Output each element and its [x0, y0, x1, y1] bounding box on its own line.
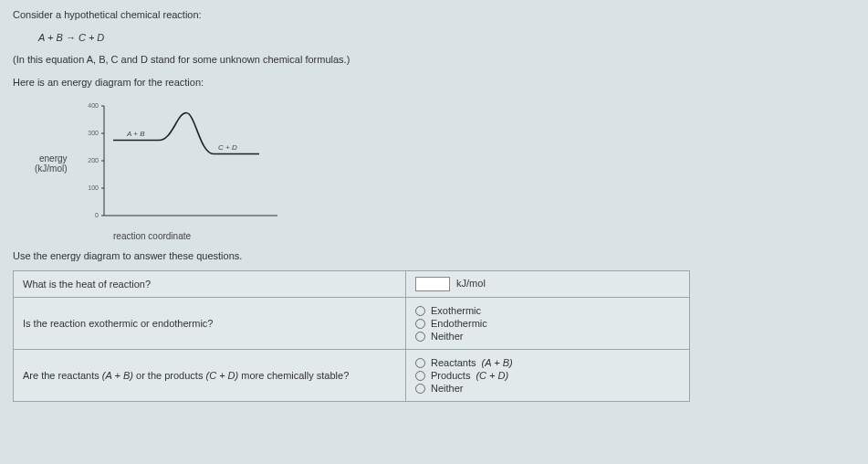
- q3-post: more chemically stable?: [238, 370, 349, 381]
- q1-unit: kJ/mol: [456, 278, 486, 289]
- intro-line-1: Consider a hypothetical chemical reactio…: [13, 7, 855, 23]
- q2-radio-endothermic[interactable]: [415, 319, 425, 329]
- q3-products: (C + D): [205, 370, 238, 381]
- q3-opt2-expr: (C + D): [476, 370, 508, 381]
- reaction-equation: A + B → C + D: [38, 30, 855, 46]
- intro-line-3: Here is an energy diagram for the reacti…: [13, 75, 855, 90]
- tick-400: 400: [88, 102, 99, 109]
- reactant-label: A + B: [126, 130, 145, 138]
- q1-answer-cell: kJ/mol: [406, 271, 690, 298]
- x-axis-label: reaction coordinate: [113, 231, 855, 241]
- questions-table: What is the heat of reaction? kJ/mol Is …: [13, 270, 690, 402]
- ylabel-energy: energy: [35, 153, 68, 163]
- q2-opt-2: Neither: [431, 331, 463, 342]
- question-row-2: Is the reaction exothermic or endothermi…: [14, 298, 690, 350]
- tick-200: 200: [88, 157, 99, 163]
- q3-opt3: Neither: [431, 383, 463, 394]
- q2-opt-1: Endothermic: [431, 318, 487, 329]
- q3-radio-reactants[interactable]: [415, 358, 425, 368]
- q3-opt1-expr: (A + B): [482, 357, 513, 368]
- ylabel-units: (kJ/mol): [35, 163, 68, 174]
- y-axis-label: energy (kJ/mol): [35, 153, 68, 174]
- q3-opt1-pre: Reactants: [431, 357, 476, 368]
- question-row-3: Are the reactants (A + B) or the product…: [14, 350, 690, 402]
- intro-block: Consider a hypothetical chemical reactio…: [13, 7, 855, 90]
- q2-text: Is the reaction exothermic or endothermi…: [14, 298, 406, 350]
- q3-answer-cell: Reactants (A + B) Products (C + D) Neith…: [406, 350, 690, 402]
- intro-line-2: (In this equation A, B, C and D stand fo…: [13, 52, 855, 68]
- use-diagram-line: Use the energy diagram to answer these q…: [13, 250, 855, 261]
- q3-opt2-pre: Products: [431, 370, 470, 381]
- q2-radio-neither[interactable]: [415, 332, 425, 342]
- q3-text: Are the reactants (A + B) or the product…: [14, 350, 406, 402]
- q3-radio-neither[interactable]: [415, 384, 425, 394]
- q3-reactants: (A + B): [102, 370, 133, 381]
- q3-radio-products[interactable]: [415, 371, 425, 381]
- q2-answer-cell: Exothermic Endothermic Neither: [406, 298, 690, 350]
- tick-0: 0: [95, 212, 99, 218]
- q3-mid: or the products: [133, 370, 206, 381]
- energy-chart-svg: 0 100 200 300 400 A + B C + D: [77, 97, 287, 229]
- question-row-1: What is the heat of reaction? kJ/mol: [14, 271, 690, 298]
- q2-opt-0: Exothermic: [431, 305, 481, 316]
- q2-radio-exothermic[interactable]: [415, 306, 425, 316]
- q1-text: What is the heat of reaction?: [14, 271, 406, 298]
- q3-pre: Are the reactants: [23, 370, 102, 381]
- energy-diagram: energy (kJ/mol) 0 100 200 300 400 A + B …: [35, 97, 855, 229]
- q1-input[interactable]: [415, 277, 450, 291]
- tick-300: 300: [88, 130, 99, 136]
- tick-100: 100: [88, 185, 99, 191]
- product-label: C + D: [218, 143, 237, 152]
